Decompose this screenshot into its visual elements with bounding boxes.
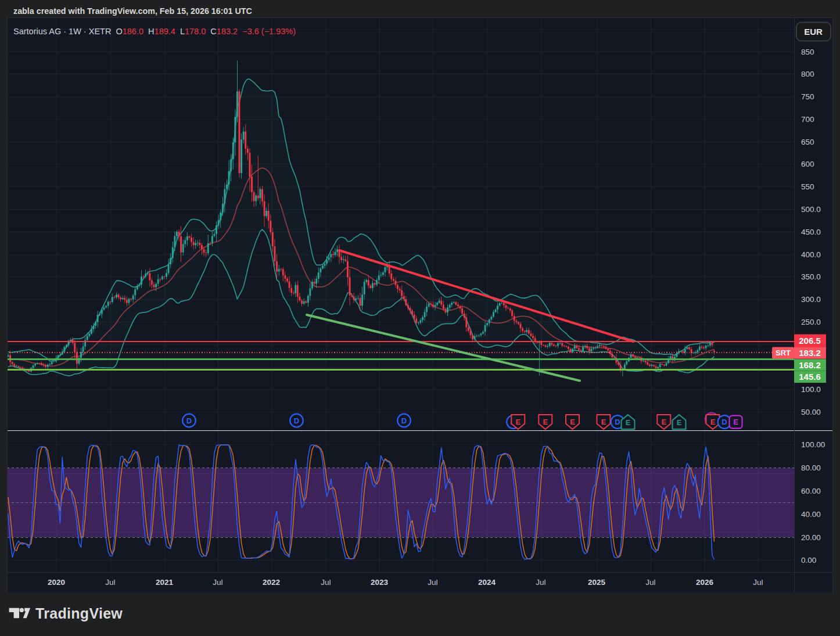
svg-text:40.00: 40.00: [801, 510, 821, 519]
svg-text:D: D: [721, 418, 727, 426]
svg-text:D: D: [294, 416, 299, 425]
svg-text:Jul: Jul: [105, 578, 115, 587]
svg-text:145.6: 145.6: [799, 372, 821, 382]
svg-text:E: E: [710, 418, 716, 426]
svg-text:2024: 2024: [478, 578, 496, 587]
svg-text:E: E: [733, 418, 738, 426]
svg-text:E: E: [601, 418, 606, 426]
svg-text:Jul: Jul: [428, 578, 437, 587]
svg-text:Jul: Jul: [213, 578, 222, 587]
svg-text:Jul: Jul: [753, 578, 763, 587]
svg-text:350.0: 350.0: [801, 272, 821, 281]
svg-text:20.00: 20.00: [801, 533, 821, 542]
svg-text:400.0: 400.0: [801, 250, 821, 259]
svg-text:SRT: SRT: [776, 348, 791, 357]
svg-text:850: 850: [801, 48, 814, 56]
svg-text:E: E: [570, 418, 575, 426]
svg-text:300.0: 300.0: [801, 295, 821, 304]
svg-text:2026: 2026: [696, 578, 714, 587]
svg-text:700: 700: [801, 115, 814, 124]
svg-text:D: D: [615, 418, 620, 426]
svg-text:Sartorius AG · 1W · XETR O186: Sartorius AG · 1W · XETR O186.0 H189.4 L…: [13, 27, 296, 36]
svg-text:250.0: 250.0: [801, 318, 821, 326]
svg-text:500.0: 500.0: [801, 205, 821, 214]
svg-text:E: E: [543, 418, 548, 426]
svg-text:zabla created with TradingView: zabla created with TradingView.com, Feb …: [13, 6, 252, 16]
svg-text:E: E: [677, 418, 682, 427]
svg-text:2025: 2025: [588, 578, 606, 587]
svg-text:D: D: [186, 416, 192, 425]
svg-text:100.00: 100.00: [801, 440, 825, 449]
svg-text:E: E: [515, 418, 520, 426]
svg-text:800: 800: [801, 70, 814, 78]
svg-text:100.0: 100.0: [801, 385, 821, 394]
svg-text:600: 600: [801, 160, 814, 168]
svg-text:Jul: Jul: [645, 578, 655, 587]
svg-text:168.2: 168.2: [799, 360, 821, 370]
svg-text:Jul: Jul: [536, 578, 545, 587]
svg-text:650: 650: [801, 138, 814, 146]
svg-text:50.00: 50.00: [801, 408, 821, 416]
svg-text:550: 550: [801, 182, 814, 191]
svg-text:EUR: EUR: [804, 27, 823, 37]
svg-text:TradingView: TradingView: [35, 605, 123, 621]
svg-text:D: D: [401, 416, 407, 425]
svg-text:80.00: 80.00: [801, 463, 821, 472]
svg-text:2022: 2022: [263, 578, 280, 587]
svg-text:750: 750: [801, 92, 814, 101]
svg-text:206.5: 206.5: [799, 336, 821, 346]
svg-text:E: E: [661, 418, 666, 426]
svg-text:183.2: 183.2: [799, 348, 821, 358]
svg-text:0.00: 0.00: [801, 556, 816, 565]
svg-text:2023: 2023: [371, 578, 389, 587]
svg-text:2020: 2020: [48, 578, 65, 587]
svg-text:2021: 2021: [156, 578, 174, 587]
svg-text:60.00: 60.00: [801, 487, 821, 495]
svg-text:E: E: [626, 418, 631, 427]
svg-text:Jul: Jul: [321, 578, 331, 587]
svg-text:450.0: 450.0: [801, 228, 821, 236]
